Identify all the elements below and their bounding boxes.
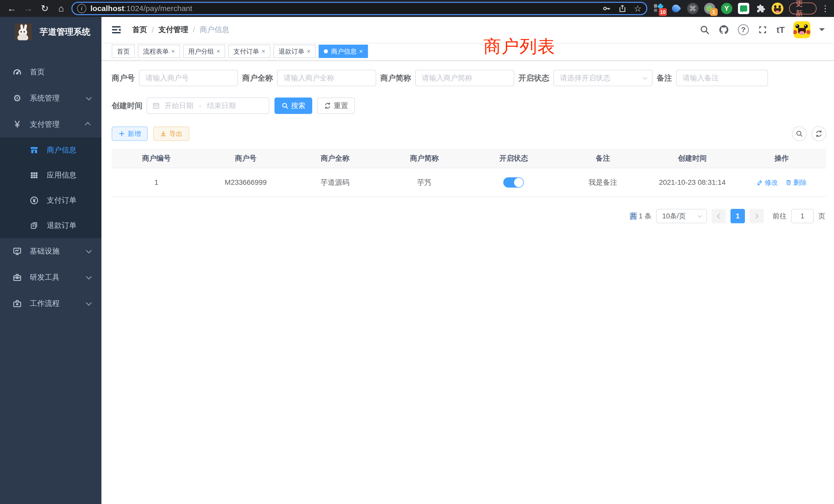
tab-home[interactable]: 首页 (112, 45, 135, 58)
back-icon[interactable]: ← (5, 1, 19, 16)
extension-y-icon[interactable]: Y (721, 3, 732, 14)
extensions-row: 10 ⌘ 1 Y (653, 3, 784, 14)
help-icon[interactable]: ? (738, 24, 749, 35)
edit-link[interactable]: 修改 (756, 178, 778, 187)
short-name-input[interactable] (422, 74, 508, 82)
sidebar-item-app-info[interactable]: 应用信息 (0, 163, 102, 188)
chevron-down-icon (86, 248, 92, 254)
cell-status (469, 168, 558, 197)
status-toggle[interactable] (503, 177, 524, 188)
extension-command-icon[interactable]: ⌘ (687, 3, 699, 14)
search-button[interactable]: 搜索 (275, 97, 312, 114)
sidebar-submenu: 商户信息 应用信息 支付订单 (0, 138, 102, 238)
active-tab-dot (324, 49, 328, 53)
table-row: 1 M233666999 芋道源码 芋艿 我是备注 2021-10-23 08:… (112, 168, 826, 197)
reset-button[interactable]: 重置 (317, 97, 355, 114)
url-text[interactable]: localhost:1024/pay/merchant (90, 4, 602, 13)
reload-icon[interactable]: ↻ (38, 1, 52, 16)
table-toolbar: 新增 导出 (112, 126, 826, 141)
sidebar-item-system[interactable]: ⚙ 系统管理 (0, 85, 102, 111)
status-label: 开启状态 (519, 73, 549, 84)
url-host: localhost (90, 4, 124, 13)
app: 芋道管理系统 首页 ⚙ 系统管理 ¥ 支付管理 (0, 17, 834, 504)
extension-fragments-icon[interactable]: 10 (653, 3, 665, 14)
goto-page-input[interactable] (791, 209, 814, 223)
sidebar-logo[interactable]: 芋道管理系统 (0, 17, 102, 47)
extensions-puzzle-icon[interactable] (755, 3, 766, 14)
fullscreen-icon[interactable] (758, 25, 768, 35)
user-avatar[interactable] (793, 21, 810, 38)
next-page-button[interactable] (749, 209, 764, 223)
merchant-no-label: 商户号 (112, 73, 135, 84)
sidebar-item-refund-order[interactable]: 退款订单 (0, 213, 102, 238)
close-icon[interactable]: × (262, 48, 265, 55)
sidebar-item-label: 退款订单 (47, 221, 76, 231)
share-icon[interactable] (618, 4, 627, 13)
prev-page-button[interactable] (711, 209, 726, 223)
chevron-down-icon (698, 213, 702, 217)
column-header: 操作 (737, 149, 826, 168)
sidebar-item-label: 基础设施 (30, 246, 60, 256)
documents-icon (28, 221, 40, 230)
refresh-table-button[interactable] (811, 126, 826, 141)
export-button[interactable]: 导出 (153, 127, 189, 141)
sidebar-fold-icon[interactable] (111, 24, 122, 36)
tab-merchant-info[interactable]: 商户信息× (319, 45, 368, 58)
extension-chat-icon[interactable] (738, 3, 749, 14)
trash-icon (785, 179, 792, 186)
profile-avatar-icon[interactable] (772, 3, 784, 14)
tab-pay-order[interactable]: 支付订单× (228, 45, 270, 58)
merchant-no-input[interactable] (146, 74, 232, 82)
site-info-icon[interactable]: i (77, 4, 86, 13)
yen-icon: ¥ (11, 119, 23, 130)
sidebar-item-merchant-info[interactable]: 商户信息 (0, 138, 102, 163)
close-icon[interactable]: × (307, 48, 310, 55)
extension-pin-icon[interactable] (670, 3, 682, 14)
user-menu-caret-icon[interactable] (819, 28, 825, 34)
end-date-placeholder: 结束日期 (207, 101, 236, 111)
sidebar-item-pay-order[interactable]: 支付订单 (0, 188, 102, 213)
toggle-search-button[interactable] (792, 126, 807, 141)
tab-process-form[interactable]: 流程表单× (138, 45, 180, 58)
font-size-icon[interactable]: tT (776, 25, 785, 35)
remark-input[interactable] (683, 74, 761, 82)
close-icon[interactable]: × (359, 48, 363, 55)
close-icon[interactable]: × (171, 48, 175, 55)
sidebar-item-label: 支付订单 (47, 195, 76, 206)
browser-update-button[interactable]: 更新 (789, 3, 816, 14)
status-select[interactable]: 请选择开启状态 (553, 70, 653, 86)
merchant-no-input-wrap (139, 70, 238, 86)
browser-menu-icon[interactable]: ⋮ (821, 4, 829, 13)
full-name-input[interactable] (284, 74, 370, 82)
tab-user-group[interactable]: 用户分组× (183, 45, 225, 58)
tab-refund-order[interactable]: 退款订单× (273, 45, 315, 58)
url-bar[interactable]: i localhost:1024/pay/merchant ☆ (71, 2, 647, 15)
page-number-current[interactable]: 1 (730, 209, 745, 223)
column-header: 商户编号 (112, 149, 201, 168)
page-size-select[interactable]: 10条/页 (656, 209, 707, 223)
sidebar-item-label: 系统管理 (30, 93, 60, 104)
close-icon[interactable]: × (217, 48, 220, 55)
sidebar-item-infra[interactable]: 基础设施 (0, 238, 102, 264)
github-icon[interactable] (719, 24, 729, 35)
date-range-picker[interactable]: 开始日期 - 结束日期 (147, 97, 269, 114)
search-icon[interactable] (699, 25, 710, 35)
breadcrumb-home[interactable]: 首页 (132, 25, 147, 35)
home-icon[interactable]: ⌂ (54, 1, 68, 16)
extension-recorder-icon[interactable]: 1 (704, 3, 716, 14)
search-icon (281, 102, 289, 109)
sidebar-item-pay[interactable]: ¥ 支付管理 (0, 111, 102, 138)
browser-toolbar: ← → ↻ ⌂ i localhost:1024/pay/merchant ☆ … (0, 0, 834, 17)
sidebar-item-label: 首页 (30, 67, 45, 77)
sidebar-item-devtools[interactable]: 研发工具 (0, 264, 102, 291)
sidebar-item-home[interactable]: 首页 (0, 59, 102, 85)
forward-icon[interactable]: → (21, 1, 36, 16)
cell-created-time: 2021-10-23 08:31:14 (648, 168, 737, 197)
breadcrumb-pay[interactable]: 支付管理 (158, 25, 188, 35)
delete-link[interactable]: 删除 (785, 178, 807, 187)
sidebar-item-workflow[interactable]: 工作流程 (0, 291, 102, 317)
key-icon[interactable] (602, 4, 611, 13)
add-button[interactable]: 新增 (112, 127, 148, 141)
bookmark-star-icon[interactable]: ☆ (634, 3, 641, 14)
toolbar-right (792, 126, 826, 141)
